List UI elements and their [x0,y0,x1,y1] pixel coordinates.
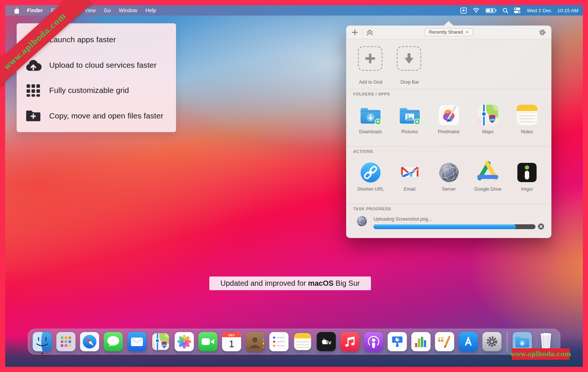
dock-maps-shield-label: 280 [162,344,166,346]
dock-podcasts-icon[interactable] [364,332,383,351]
actions-title: ACTIONS [353,149,373,154]
dock-photos-icon[interactable] [175,332,194,351]
panel-item-pictures[interactable]: Pictures [391,103,429,134]
calendar-month-label: DEC [229,334,235,337]
dock-calendar-icon[interactable]: DEC1 [222,332,241,351]
dropzone-tray-icon[interactable] [460,7,467,14]
dock-pages-icon[interactable] [435,332,454,351]
dock-messages-icon[interactable] [104,332,123,351]
panel-item-maps[interactable]: 280 Maps [469,103,507,134]
dock-keynote-icon[interactable] [388,332,407,351]
chevron-down-icon: ▼ [466,30,469,34]
menu-date[interactable]: Wed 2 Dec [527,8,551,13]
dock-music-icon[interactable] [340,332,359,351]
grid-icon [25,82,42,99]
dock-maps-icon[interactable]: 280 [151,332,170,351]
menu-window[interactable]: Window [115,6,141,14]
drop-bar-dropzone[interactable] [397,46,421,71]
panel-item-notes[interactable]: Notes [508,103,546,134]
shorten-url-icon [359,161,382,184]
control-center-icon[interactable] [514,7,521,13]
dock-separator [507,332,507,352]
banner-text-bold: macOS [308,279,334,288]
panel-item-email[interactable]: Email [391,161,429,192]
panel-item-label: Notes [521,129,533,134]
panel-item-label: Server [442,187,456,192]
panel-item-shorten-url[interactable]: Shorten URL [351,161,390,192]
panel-item-label: Shorten URL [357,187,384,192]
folders-apps-title: FOLDERS / APPS [353,92,390,96]
menu-app-name[interactable]: Finder [23,6,47,14]
feature-label: Fully customizable grid [49,86,129,95]
menu-bar: Finder File Edit View Go Window Help [5,5,583,16]
battery-charging-icon[interactable] [486,8,497,13]
panel-item-label: Maps [482,129,494,134]
task-progress-title: TASK PROGRESS [353,207,391,211]
menu-go[interactable]: Go [100,6,115,14]
section-divider [346,146,551,147]
downloads-folder-icon [359,103,382,127]
dropzone-panel: Recently Shared ▼ Add to Grid Drop Bar F… [346,26,551,238]
feature-label: Upload to cloud services faster [49,61,156,70]
dock-reminders-icon[interactable] [269,332,288,351]
dock-numbers-icon[interactable] [411,332,430,351]
pictures-folder-icon [398,103,422,127]
panel-item-label: Pictures [401,129,418,134]
add-to-grid-dropzone[interactable] [358,46,382,71]
panel-item-google-drive[interactable]: Google Drive [469,161,507,192]
feature-label: Launch apps faster [49,35,116,44]
maps-shield-label: 280 [490,118,495,121]
spotlight-search-icon[interactable] [503,8,508,13]
dropdown-value: Recently Shared [429,30,463,35]
header-divider [362,29,362,35]
recently-shared-dropdown[interactable]: Recently Shared ▼ [425,28,473,36]
feature-label: Copy, move and open files faster [49,111,163,120]
dock-apple-tv-icon[interactable]: tv [317,332,336,351]
dock-launchpad-icon[interactable] [56,332,75,351]
drop-target-label: Add to Grid [348,80,393,85]
panel-item-label: Pixelmator [438,129,460,134]
dock-finder-icon[interactable] [33,332,52,351]
drop-target-label: Drop Bar [388,80,432,85]
desktop-screen: Finder File Edit View Go Window Help [0,0,588,372]
panel-item-pixelmator[interactable]: Pixelmator [430,103,468,134]
imgur-icon [515,161,539,184]
cancel-upload-button[interactable] [538,223,544,230]
feature-row: Fully customizable grid [25,82,176,99]
dock-app-store-icon[interactable] [459,332,478,351]
panel-item-downloads[interactable]: Downloads [351,103,390,134]
panel-item-label: Email [404,187,415,192]
google-drive-icon [476,161,500,184]
add-icon[interactable] [351,29,358,36]
dock-notes-icon[interactable] [293,332,312,351]
wifi-icon[interactable] [473,8,480,13]
dock-facetime-icon[interactable] [198,332,217,351]
collapse-chevrons-icon[interactable] [366,29,374,36]
panel-item-label: Google Drive [474,187,501,192]
dock-mail-icon[interactable] [127,332,146,351]
section-divider [346,204,551,204]
dock-contacts-icon[interactable] [246,332,265,351]
upload-progress-fill [374,224,516,229]
feature-row: Upload to cloud services faster [25,57,176,74]
calendar-day-label: 1 [229,338,234,349]
panel-header: Recently Shared ▼ [346,26,551,39]
apple-menu-icon[interactable] [10,6,23,15]
watermark-badge: www.aplboda.com [512,348,570,360]
panel-item-imgur[interactable]: Imgur [508,161,546,192]
panel-item-label: Imgur [521,187,533,192]
apple-tv-label: tv [327,339,332,345]
banner-text-suffix: Big Sur [334,279,360,288]
dock-safari-icon[interactable] [80,332,99,351]
gear-icon[interactable] [538,29,546,36]
dock: 280 DEC1 tv [28,329,560,355]
panel-item-server[interactable]: Server [430,161,468,192]
notes-icon [515,103,539,127]
menu-help[interactable]: Help [142,6,160,14]
maps-icon: 280 [476,103,500,127]
email-icon [398,161,422,184]
globe-icon [356,215,368,229]
dock-system-preferences-icon[interactable] [482,332,501,351]
menu-time[interactable]: 10:15 AM [557,8,578,13]
big-sur-banner: Updated and improved for macOS Big Sur [209,277,371,290]
